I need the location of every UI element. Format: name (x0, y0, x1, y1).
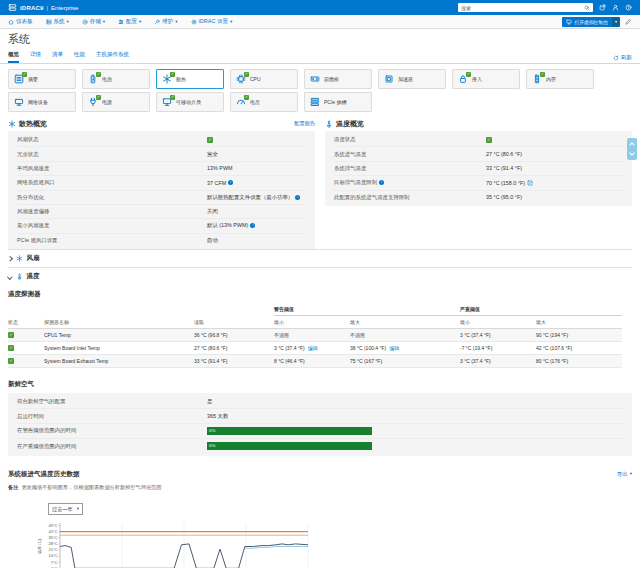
edit-threshold-link[interactable]: 编辑 (308, 345, 318, 351)
history-note-prefix: 备注 (8, 484, 18, 490)
table-cell: -7 °C (19.4 °F) (460, 342, 536, 355)
threshold-time-bar: 0% (207, 442, 372, 450)
row-value: 365 天数 (207, 413, 228, 420)
tile-memory[interactable]: ✓内存 (526, 69, 594, 89)
tile-removable-media[interactable]: ✓可移动介质 (156, 92, 224, 112)
svg-text:28°C: 28°C (49, 541, 58, 546)
menu-item-dashboard[interactable]: 仪表板 (8, 18, 33, 25)
tab-performance[interactable]: 性能 (74, 49, 85, 63)
console-button-label: 打开虚拟控制台 (574, 19, 608, 25)
console-monitor-glyph (566, 19, 572, 25)
fresh-air-row-3: 在严重阈值范围内的时间0% (17, 439, 623, 453)
healthy-badge: ✓ (170, 95, 175, 100)
row-value: 默认 (13% PWM)i (207, 222, 255, 229)
probe-status: ✓ (8, 329, 44, 342)
export-dropdown[interactable]: 导出 ▾ (617, 471, 632, 478)
console-dropdown-caret[interactable]: ▾ (612, 17, 620, 27)
wrench-icon (286, 121, 292, 127)
menu-item-label: 存储 (90, 18, 101, 25)
menu-item-maintenance[interactable]: 维护▾ (154, 18, 177, 25)
chevron-down-icon: ▾ (175, 20, 177, 24)
info-icon[interactable]: i (228, 180, 233, 185)
fresh-air-section: 新鲜空气 符合新鲜空气的配置是总运行时间365 天数在警告阈值范围内的时间0%在… (8, 380, 632, 456)
tile-accelerators[interactable]: 加速器 (378, 69, 446, 89)
tile-front-panel[interactable]: 前面板 (304, 69, 372, 89)
inlet-temp-history-chart: 49°C42°C35°C28°C21°C14°C7°C0°C08-202311-… (36, 518, 316, 568)
healthy-badge: ✓ (244, 95, 249, 100)
healthy-badge: ✓ (466, 72, 471, 77)
menu-item-idrac-settings[interactable]: iDRAC 设置▾ (191, 18, 233, 25)
open-in-new-icon[interactable] (599, 4, 606, 11)
tile-label: 网络设备 (28, 99, 48, 105)
tab-inventory[interactable]: 清单 (52, 49, 63, 63)
row-value: 37 CFMi (207, 180, 233, 186)
table-cell: 3 °C (37.4 °F) 编辑 (274, 342, 350, 355)
cooling-row-6: 最小风扇速度默认 (13% PWM)i (17, 219, 306, 233)
scroll-down-icon[interactable] (629, 150, 635, 156)
svg-text:49°C: 49°C (49, 523, 58, 528)
healthy-icon: ✓ (8, 345, 14, 351)
user-icon[interactable] (612, 4, 619, 11)
temperature-section-header[interactable]: 温度 (8, 267, 632, 285)
time-range-select[interactable]: 过去一年 ▾ (48, 503, 83, 515)
tile-voltages[interactable]: ✓电压 (230, 92, 298, 112)
edit-threshold-link[interactable]: 编辑 (389, 345, 399, 351)
tile-power[interactable]: ✓电源 (82, 92, 150, 112)
tile-battery[interactable]: ✓电池 (82, 69, 150, 89)
tile-pcie-slots[interactable]: PCIe 插槽 (304, 92, 372, 112)
row-value: 完全 (207, 151, 218, 158)
scroll-up-icon[interactable] (629, 142, 635, 148)
info-icon[interactable]: i (250, 223, 255, 228)
main-menu-bar: 仪表板系统▾存储▾配置▾维护▾iDRAC 设置▾ 打开虚拟控制台 ▾ (0, 15, 640, 29)
tile-summary[interactable]: ✓摘要 (8, 69, 76, 89)
row-label: 风扇状态 (17, 136, 207, 143)
menu-item-label: iDRAC 设置 (199, 18, 228, 25)
healthy-icon: ✓ (207, 137, 213, 143)
healthy-badge: ✓ (96, 95, 101, 100)
row-value: 13% PWM (207, 165, 232, 171)
svg-text:42°C: 42°C (49, 529, 58, 534)
tab-host-os[interactable]: 主机操作系统 (96, 49, 129, 63)
search-icon[interactable] (584, 5, 590, 11)
menu-item-storage[interactable]: 存储▾ (82, 18, 105, 25)
fans-section-header[interactable]: 风扇 (8, 249, 632, 267)
brand-edition: Enterprise (51, 5, 78, 11)
menu-item-configuration[interactable]: 配置▾ (118, 18, 141, 25)
temperature-probes-section: 温度探测器 警告阈值严重阈值状态探测器名称读取最小最大最小最大✓CPU1 Tem… (8, 290, 632, 368)
help-icon[interactable] (625, 4, 632, 11)
table-cell: 33 °C (91.4 °F) (194, 355, 274, 368)
group-header-critical: 严重阈值 (460, 303, 622, 316)
tile-cooling[interactable]: ✓散热 (156, 69, 224, 89)
sliders-icon (118, 19, 124, 25)
row-value: ✓ (207, 137, 213, 143)
menu-item-system[interactable]: 系统▾ (46, 18, 69, 25)
search-box[interactable] (458, 3, 593, 12)
refresh-link[interactable]: 刷新 (613, 54, 632, 63)
configure-cooling-link[interactable]: 配置散热 (286, 120, 315, 127)
cooling-row-3: 网络系统通风口37 CFMi (17, 176, 306, 190)
tile-cpu[interactable]: ✓CPU (230, 69, 298, 89)
temperature-thermometer-icon (16, 273, 23, 280)
tile-network-devices[interactable]: 网络设备 (8, 92, 76, 112)
search-input[interactable] (461, 5, 584, 11)
tab-details[interactable]: 详情 (30, 49, 41, 63)
info-icon[interactable]: i (295, 195, 300, 200)
column-header: 探测器名称 (44, 316, 194, 329)
cooling-row-2: 平均风扇速度13% PWM (17, 162, 306, 176)
tab-overview[interactable]: 概览 (8, 49, 19, 63)
scroll-widget[interactable] (627, 138, 637, 160)
info-icon[interactable]: i (379, 180, 384, 185)
thermometer-glyph (325, 120, 333, 128)
user-glyph (612, 4, 619, 11)
row-label: 此配置的系统进气温度支持限制 (334, 194, 486, 201)
time-range-value: 过去一年 (52, 506, 73, 513)
idrac-logo-icon (8, 3, 17, 12)
table-cell: 27 °C (80.6 °F) (194, 342, 274, 355)
open-virtual-console-button[interactable]: 打开虚拟控制台 ▾ (562, 17, 620, 27)
edit-value-icon[interactable] (527, 180, 533, 186)
tile-intrusion[interactable]: ✓侵入 (452, 69, 520, 89)
chevron-down-icon: ▾ (103, 20, 105, 24)
row-value: 自动 (207, 237, 218, 244)
fresh-air-row-0: 符合新鲜空气的配置是 (17, 395, 623, 409)
edit-pencil-icon[interactable] (625, 18, 632, 25)
